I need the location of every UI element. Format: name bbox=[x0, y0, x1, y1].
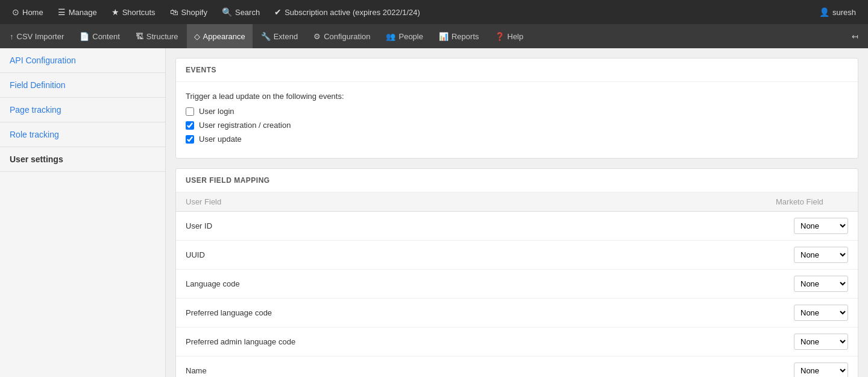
row-language-code-select[interactable]: None bbox=[794, 276, 848, 292]
sidebar-item-user-settings: User settings bbox=[0, 147, 165, 172]
table-row: Name None bbox=[176, 356, 858, 377]
nav-csv-importer[interactable]: ↑ CSV Importer bbox=[2, 24, 71, 48]
row-preferred-language-code-select[interactable]: None bbox=[794, 305, 848, 321]
nav-help[interactable]: ❓ Help bbox=[488, 24, 531, 48]
row-language-code-label: Language code bbox=[186, 279, 794, 288]
row-preferred-admin-language-code-select[interactable]: None bbox=[794, 334, 848, 350]
main-content: EVENTS Trigger a lead update on the foll… bbox=[166, 48, 868, 377]
table-row: UUID None bbox=[176, 241, 858, 270]
row-preferred-language-code-label: Preferred language code bbox=[186, 308, 794, 317]
nav-structure[interactable]: 🏗 Structure bbox=[128, 24, 186, 48]
table-row: Preferred admin language code None bbox=[176, 328, 858, 356]
row-user-id-select[interactable]: None bbox=[794, 218, 848, 234]
extend-icon: 🔧 bbox=[261, 32, 271, 41]
events-card: EVENTS Trigger a lead update on the foll… bbox=[175, 58, 858, 159]
select-language-code[interactable]: None bbox=[794, 276, 848, 292]
shopify-icon: 🛍 bbox=[170, 7, 178, 17]
select-user-id[interactable]: None bbox=[794, 218, 848, 234]
nav-shopify[interactable]: 🛍 Shopify bbox=[164, 0, 213, 24]
top-navigation: ⊙ Home ☰ Manage ★ Shortcuts 🛍 Shopify 🔍 … bbox=[0, 0, 868, 24]
nav-search[interactable]: 🔍 Search bbox=[216, 0, 266, 24]
reports-icon: 📊 bbox=[439, 32, 448, 41]
sidebar-item-role-tracking[interactable]: Role tracking bbox=[0, 122, 165, 147]
row-preferred-admin-language-code-label: Preferred admin language code bbox=[186, 337, 794, 346]
sidebar: API Configuration Field Definition Page … bbox=[0, 48, 166, 377]
structure-icon: 🏗 bbox=[136, 32, 143, 41]
user-update-checkbox[interactable] bbox=[186, 135, 194, 144]
people-icon: 👥 bbox=[386, 32, 395, 41]
column-marketo-field: Marketo Field bbox=[776, 197, 848, 206]
table-row: Language code None bbox=[176, 270, 858, 299]
select-preferred-language-code[interactable]: None bbox=[794, 305, 848, 321]
check-icon: ✔ bbox=[274, 7, 281, 17]
table-header: User Field Marketo Field bbox=[176, 192, 858, 212]
nav-extend[interactable]: 🔧 Extend bbox=[254, 24, 305, 48]
checkbox-user-update: User update bbox=[186, 135, 848, 144]
events-body: Trigger a lead update on the following e… bbox=[176, 82, 858, 158]
sidebar-item-page-tracking[interactable]: Page tracking bbox=[0, 98, 165, 122]
sidebar-item-api-configuration[interactable]: API Configuration bbox=[0, 48, 165, 73]
nav-user[interactable]: 👤 suresh bbox=[813, 7, 862, 17]
configuration-icon: ⚙ bbox=[313, 32, 321, 41]
row-uuid-label: UUID bbox=[186, 250, 794, 259]
nav-home[interactable]: ⊙ Home bbox=[6, 0, 49, 24]
select-name[interactable]: None bbox=[794, 363, 848, 377]
star-icon: ★ bbox=[112, 7, 119, 17]
sidebar-item-field-definition[interactable]: Field Definition bbox=[0, 73, 165, 98]
row-user-id-label: User ID bbox=[186, 221, 794, 230]
nav-collapse[interactable]: ↤ bbox=[844, 24, 866, 48]
user-login-checkbox[interactable] bbox=[186, 107, 194, 116]
select-preferred-admin-language-code[interactable]: None bbox=[794, 334, 848, 350]
user-update-label[interactable]: User update bbox=[199, 135, 242, 144]
csv-icon: ↑ bbox=[10, 32, 14, 41]
checkbox-user-login: User login bbox=[186, 107, 848, 116]
row-name-select[interactable]: None bbox=[794, 363, 848, 377]
second-navigation: ↑ CSV Importer 📄 Content 🏗 Structure ◇ A… bbox=[0, 24, 868, 48]
user-registration-checkbox[interactable] bbox=[186, 121, 194, 130]
nav-content[interactable]: 📄 Content bbox=[72, 24, 127, 48]
user-login-label[interactable]: User login bbox=[199, 107, 234, 116]
nav-subscription[interactable]: ✔ Subscription active (expires 2022/1/24… bbox=[268, 0, 426, 24]
nav-manage[interactable]: ☰ Manage bbox=[52, 0, 103, 24]
appearance-icon: ◇ bbox=[194, 32, 200, 41]
table-row: User ID None bbox=[176, 212, 858, 241]
search-icon: 🔍 bbox=[222, 7, 232, 17]
events-title: EVENTS bbox=[176, 59, 858, 82]
nav-people[interactable]: 👥 People bbox=[379, 24, 430, 48]
nav-reports[interactable]: 📊 Reports bbox=[432, 24, 486, 48]
table-row: Preferred language code None bbox=[176, 299, 858, 328]
content-icon: 📄 bbox=[80, 32, 89, 41]
checkbox-user-registration: User registration / creation bbox=[186, 121, 848, 130]
events-trigger-label: Trigger a lead update on the following e… bbox=[186, 92, 848, 101]
column-user-field: User Field bbox=[186, 197, 776, 206]
home-icon: ⊙ bbox=[12, 7, 19, 17]
nav-appearance[interactable]: ◇ Appearance bbox=[187, 24, 253, 48]
user-icon: 👤 bbox=[819, 7, 829, 17]
main-layout: API Configuration Field Definition Page … bbox=[0, 48, 868, 377]
user-field-mapping-card: USER FIELD MAPPING User Field Marketo Fi… bbox=[175, 168, 858, 377]
row-uuid-select[interactable]: None bbox=[794, 247, 848, 263]
select-uuid[interactable]: None bbox=[794, 247, 848, 263]
user-field-mapping-title: USER FIELD MAPPING bbox=[176, 169, 858, 192]
help-icon: ❓ bbox=[495, 32, 505, 41]
user-registration-label[interactable]: User registration / creation bbox=[199, 121, 291, 130]
nav-configuration[interactable]: ⚙ Configuration bbox=[306, 24, 377, 48]
nav-shortcuts[interactable]: ★ Shortcuts bbox=[105, 0, 162, 24]
row-name-label: Name bbox=[186, 366, 794, 375]
manage-icon: ☰ bbox=[58, 7, 66, 17]
collapse-icon: ↤ bbox=[852, 32, 858, 41]
